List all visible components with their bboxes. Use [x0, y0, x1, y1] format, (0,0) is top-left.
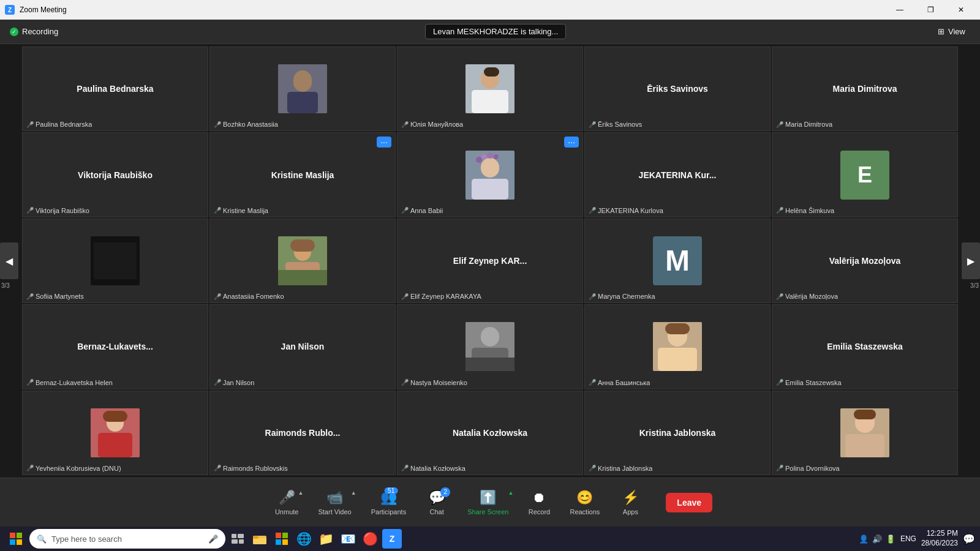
reactions-button[interactable]: 😊 Reactions [562, 486, 607, 519]
unmute-button[interactable]: ▲ 🎤 Unmute [268, 486, 306, 519]
participant-name-label: 🎤 Bozhko Anastasiia [214, 121, 278, 128]
taskbar-search-bar[interactable]: 🔍 Type here to search 🎤 [29, 529, 225, 549]
windows-start-button[interactable] [5, 528, 27, 550]
participant-display-name: Ēriks Savinovs [644, 81, 710, 96]
muted-icon: 🎤 [776, 379, 783, 386]
svg-point-10 [476, 157, 482, 163]
svg-rect-38 [17, 539, 22, 545]
participant-tile: 🎤 Юлія Мануйлова [397, 47, 583, 131]
participant-name-label: 🎤 Nastya Moiseienko [401, 379, 467, 386]
participant-name-label: 🎤 Maryna Chernenka [589, 293, 655, 300]
apps-button[interactable]: ⚡ Apps [612, 486, 649, 519]
participant-name-label: 🎤 Anastasiia Fomenko [214, 293, 284, 300]
muted-icon: 🎤 [776, 465, 783, 471]
prev-page-button[interactable]: ◀ 3/3 [0, 242, 18, 279]
start-video-button[interactable]: ▲ 📹 Start Video [311, 486, 358, 519]
participant-display-name: Paulina Bednarska [74, 81, 156, 96]
participant-tile: Elif Zeynep KAR... 🎤 Elif Zeynep KARAKAY… [397, 219, 583, 303]
taskbar-icon-zoom[interactable]: Z [382, 529, 402, 549]
participant-name-label: 🎤 Maria Dimitrova [776, 121, 832, 128]
notifications-button[interactable]: 💬 [963, 533, 975, 545]
close-button[interactable]: ✕ [947, 0, 975, 20]
participant-display-name: Kristine Maslija [269, 168, 337, 182]
volume-icon: 🔊 [872, 534, 882, 544]
chat-button[interactable]: 💬 2 Chat [418, 486, 455, 519]
participant-name-label: 🎤 Elif Zeynep KARAKAYA [401, 293, 481, 300]
taskbar-icon-outlook[interactable]: 📧 [338, 529, 358, 549]
taskbar-icon-files[interactable]: 📁 [316, 529, 336, 549]
svg-rect-47 [282, 533, 288, 538]
minimize-button[interactable]: — [886, 0, 914, 20]
share-screen-button[interactable]: ▲ ⬆️ Share Screen [460, 486, 516, 519]
record-label: Record [529, 508, 550, 515]
muted-icon: 🎤 [776, 293, 783, 300]
participant-name-label: 🎤 JEKATERINA Kurlova [589, 207, 663, 214]
participant-name-label: 🎤 Bernaz-Lukavetska Helen [26, 379, 113, 386]
unmute-arrow-icon[interactable]: ▲ [298, 490, 304, 496]
participant-tile: Maria Dimitrova 🎤 Maria Dimitrova [772, 47, 958, 131]
svg-point-13 [494, 154, 499, 159]
participant-name-label: 🎤 Polina Dvornikova [776, 465, 840, 472]
participant-photo [91, 408, 140, 457]
share-screen-label: Share Screen [467, 508, 508, 515]
participant-tile: ··· Kristine Maslija 🎤 Kristine Maslija [209, 132, 396, 217]
participant-name-label: 🎤 Raimonds Rublovskis [214, 465, 288, 472]
record-button[interactable]: ⏺ Record [521, 486, 557, 519]
participant-tile: 🎤 Anastasiia Fomenko [209, 219, 396, 303]
tile-menu-button[interactable]: ··· [377, 137, 391, 148]
participant-tile: Valērija Mozoļova 🎤 Valērija Mozoļova [772, 219, 958, 303]
letter-avatar: M [653, 236, 702, 285]
current-date: 28/06/2023 [921, 539, 958, 549]
svg-point-12 [487, 152, 493, 159]
taskbar-icon-explorer[interactable] [250, 529, 270, 549]
tile-menu-button[interactable]: ··· [564, 137, 579, 148]
left-arrow-icon: ◀ [6, 255, 13, 267]
participant-name-label: 🎤 Юлія Мануйлова [401, 121, 463, 128]
participant-display-name: Maria Dimitrova [830, 81, 899, 96]
muted-icon: 🎤 [214, 379, 221, 386]
participant-photo [840, 408, 889, 457]
task-view-button[interactable] [228, 529, 247, 549]
recording-label: Recording [22, 27, 58, 36]
system-tray[interactable]: 👤 🔊 🔋 [859, 534, 895, 544]
participant-photo [466, 151, 514, 200]
svg-rect-17 [290, 239, 315, 252]
participants-button[interactable]: 👥 51 Participants [364, 486, 413, 519]
taskbar-icon-edge[interactable]: 🌐 [294, 529, 314, 549]
svg-rect-8 [481, 158, 499, 178]
muted-icon: 🎤 [26, 207, 34, 214]
svg-rect-2 [287, 92, 318, 113]
view-button[interactable]: ⊞ View [933, 24, 970, 39]
right-arrow-icon: ▶ [967, 255, 974, 267]
participant-display-name: Viktorija Raubiško [75, 168, 155, 182]
video-arrow-icon[interactable]: ▲ [351, 490, 356, 496]
next-page-button[interactable]: ▶ 3/3 [962, 242, 980, 279]
recording-indicator [10, 28, 18, 36]
photo-svg [278, 236, 327, 285]
file-explorer-icon [253, 533, 266, 544]
leave-button[interactable]: Leave [666, 493, 712, 512]
participant-display-name: Emilia Staszewska [824, 339, 905, 354]
photo-svg [278, 64, 327, 113]
muted-icon: 🎤 [776, 207, 783, 214]
svg-rect-6 [484, 67, 499, 77]
taskbar-icon-chrome[interactable]: 🔴 [360, 529, 380, 549]
participant-tile: 🎤 Nastya Moiseienko [397, 304, 583, 389]
record-icon: ⏺ [532, 490, 546, 506]
title-bar-controls[interactable]: — ❐ ✕ [886, 0, 975, 20]
muted-icon: 🎤 [589, 379, 596, 386]
maximize-button[interactable]: ❐ [916, 0, 944, 20]
svg-rect-1 [293, 70, 312, 92]
toolbar: ▲ 🎤 Unmute ▲ 📹 Start Video 👥 51 Particip… [0, 478, 980, 527]
zoom-header: Recording Levan MESKHORADZE is talking..… [0, 20, 980, 44]
participant-display-name: JEKATERINA Kur... [636, 168, 719, 182]
participant-name-label: 🎤 Kristina Jablonska [589, 465, 652, 472]
share-screen-icon: ⬆️ [480, 490, 496, 506]
muted-icon: 🎤 [401, 293, 409, 300]
share-arrow-icon[interactable]: ▲ [508, 490, 514, 496]
taskbar-icon-store[interactable] [272, 529, 292, 549]
participant-tile: Bernaz-Lukavets... 🎤 Bernaz-Lukavetska H… [22, 304, 208, 389]
participant-display-name: Natalia Kozłowska [450, 425, 530, 440]
svg-rect-35 [10, 533, 15, 538]
participant-tile: 🎤 Polina Dvornikova [772, 391, 958, 475]
